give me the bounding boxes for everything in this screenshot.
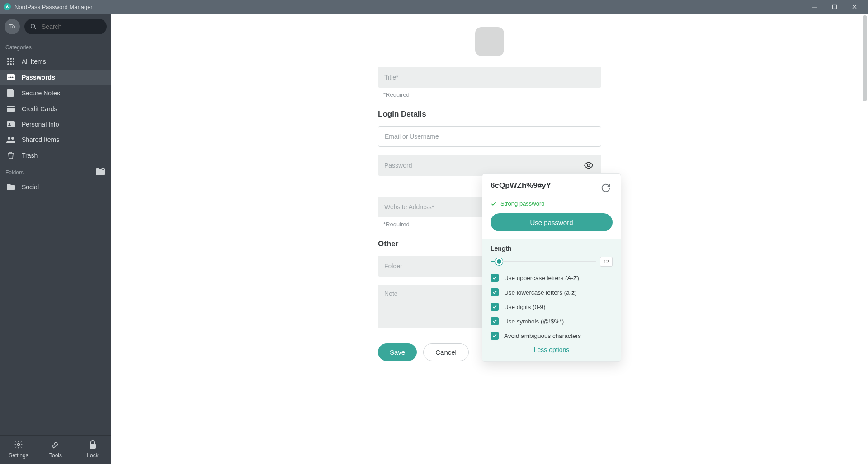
people-icon bbox=[6, 136, 15, 143]
svg-rect-0 bbox=[812, 7, 817, 8]
svg-point-10 bbox=[7, 63, 9, 65]
grid-icon bbox=[6, 57, 15, 66]
sidebar-item-label: All Items bbox=[22, 58, 46, 65]
svg-line-3 bbox=[34, 28, 36, 29]
svg-point-11 bbox=[10, 63, 12, 65]
svg-point-23 bbox=[11, 137, 14, 140]
svg-point-7 bbox=[7, 61, 9, 62]
length-label: Length bbox=[491, 245, 613, 252]
sidebar: To Categories All Items Passwords Secure… bbox=[0, 14, 111, 464]
sidebar-item-label: Shared Items bbox=[22, 136, 59, 143]
add-folder-icon[interactable] bbox=[96, 168, 105, 177]
credit-card-icon bbox=[6, 106, 15, 112]
option-ambiguous[interactable]: Avoid ambiguous characters bbox=[491, 332, 613, 340]
sidebar-item-credit-cards[interactable]: Credit Cards bbox=[0, 101, 111, 117]
sidebar-item-label: Credit Cards bbox=[22, 105, 57, 112]
user-avatar[interactable]: To bbox=[5, 19, 20, 34]
svg-rect-26 bbox=[90, 444, 96, 449]
password-generator-popover: 6cQpWZh%9#yY Strong password Use passwor… bbox=[482, 173, 621, 362]
svg-point-5 bbox=[10, 58, 12, 60]
sidebar-item-label: Secure Notes bbox=[22, 89, 60, 97]
sidebar-item-personal-info[interactable]: Personal Info bbox=[0, 117, 111, 132]
checkbox-checked-icon bbox=[491, 317, 499, 325]
search-input[interactable] bbox=[42, 23, 101, 30]
svg-point-8 bbox=[10, 61, 12, 62]
trash-icon bbox=[6, 151, 15, 159]
sidebar-item-secure-notes[interactable]: Secure Notes bbox=[0, 85, 111, 101]
svg-point-20 bbox=[9, 123, 10, 125]
lock-button[interactable]: Lock bbox=[74, 436, 111, 464]
svg-point-27 bbox=[587, 164, 590, 167]
svg-point-9 bbox=[13, 61, 14, 62]
wrench-icon bbox=[37, 440, 74, 450]
checkbox-checked-icon bbox=[491, 288, 499, 296]
window-minimize-button[interactable] bbox=[805, 0, 825, 14]
svg-point-4 bbox=[7, 58, 9, 60]
option-uppercase[interactable]: Use uppercase letters (A-Z) bbox=[491, 274, 613, 282]
sidebar-item-passwords[interactable]: Passwords bbox=[0, 70, 111, 85]
sidebar-item-shared-items[interactable]: Shared Items bbox=[0, 132, 111, 147]
svg-rect-17 bbox=[7, 106, 15, 112]
svg-rect-18 bbox=[7, 107, 15, 108]
password-input[interactable] bbox=[378, 155, 601, 176]
folders-label: Folders bbox=[5, 169, 24, 176]
lock-icon bbox=[74, 440, 111, 450]
window-titlebar: NordPass Password Manager bbox=[0, 0, 868, 14]
svg-point-12 bbox=[13, 63, 14, 65]
strength-label: Strong password bbox=[500, 200, 545, 207]
svg-point-15 bbox=[10, 76, 11, 78]
cancel-button[interactable]: Cancel bbox=[423, 343, 469, 361]
settings-button[interactable]: Settings bbox=[0, 436, 37, 464]
search-box[interactable] bbox=[24, 19, 107, 34]
slider-thumb[interactable] bbox=[495, 258, 503, 265]
settings-label: Settings bbox=[9, 452, 28, 459]
svg-rect-1 bbox=[833, 5, 837, 9]
window-close-button[interactable] bbox=[844, 0, 864, 14]
save-button[interactable]: Save bbox=[378, 343, 417, 361]
login-details-heading: Login Details bbox=[378, 110, 601, 119]
person-card-icon bbox=[6, 121, 15, 127]
required-helper: *Required bbox=[383, 91, 601, 98]
show-password-icon[interactable] bbox=[580, 155, 597, 176]
option-symbols[interactable]: Use symbols (@!$%*) bbox=[491, 317, 613, 325]
item-avatar-placeholder[interactable] bbox=[475, 27, 504, 56]
svg-point-2 bbox=[31, 24, 35, 28]
option-label: Use symbols (@!$%*) bbox=[504, 318, 564, 325]
sidebar-item-label: Trash bbox=[22, 152, 38, 159]
option-lowercase[interactable]: Use lowercase letters (a-z) bbox=[491, 288, 613, 296]
main-content: *Required Login Details *Required Other … bbox=[111, 14, 868, 464]
svg-point-22 bbox=[8, 137, 10, 140]
search-icon bbox=[30, 23, 37, 30]
sidebar-item-label: Social bbox=[22, 183, 39, 191]
tools-button[interactable]: Tools bbox=[37, 436, 74, 464]
svg-point-16 bbox=[12, 76, 13, 78]
option-label: Use lowercase letters (a-z) bbox=[504, 289, 577, 296]
regenerate-icon[interactable] bbox=[599, 181, 613, 197]
password-icon bbox=[6, 74, 15, 80]
check-icon bbox=[491, 201, 497, 207]
title-input[interactable] bbox=[378, 67, 601, 88]
window-maximize-button[interactable] bbox=[825, 0, 844, 14]
svg-rect-21 bbox=[8, 125, 11, 126]
scrollbar-thumb[interactable] bbox=[863, 15, 867, 101]
sidebar-item-label: Personal Info bbox=[22, 121, 59, 128]
sidebar-item-all-items[interactable]: All Items bbox=[0, 53, 111, 70]
sidebar-item-trash[interactable]: Trash bbox=[0, 147, 111, 164]
checkbox-checked-icon bbox=[491, 303, 499, 311]
folder-icon bbox=[6, 184, 15, 190]
option-label: Use digits (0-9) bbox=[504, 304, 546, 310]
folder-social[interactable]: Social bbox=[0, 179, 111, 195]
app-logo-icon bbox=[4, 3, 11, 10]
use-password-button[interactable]: Use password bbox=[491, 213, 613, 231]
svg-point-6 bbox=[13, 58, 14, 60]
option-label: Avoid ambiguous characters bbox=[504, 333, 581, 339]
lock-label: Lock bbox=[87, 452, 98, 459]
length-slider[interactable] bbox=[491, 258, 596, 265]
window-title: NordPass Password Manager bbox=[14, 4, 93, 10]
length-value[interactable]: 12 bbox=[600, 257, 613, 267]
less-options-link[interactable]: Less options bbox=[491, 346, 613, 353]
email-input[interactable] bbox=[378, 126, 601, 147]
option-digits[interactable]: Use digits (0-9) bbox=[491, 303, 613, 311]
note-icon bbox=[6, 89, 15, 97]
sidebar-item-label: Passwords bbox=[22, 74, 55, 81]
